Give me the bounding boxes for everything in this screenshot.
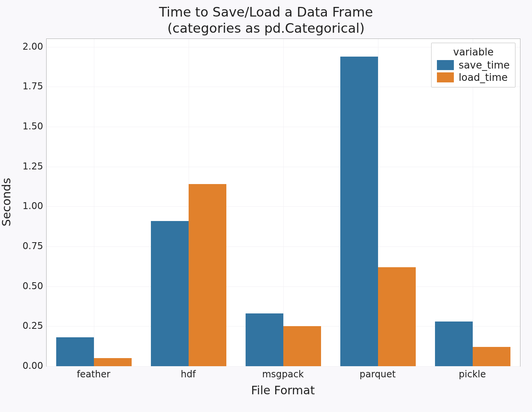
x-tick-label: msgpack — [262, 369, 304, 380]
y-tick-label: 1.25 — [12, 161, 43, 172]
y-tick-label: 0.25 — [12, 320, 43, 331]
y-tick-label: 2.00 — [12, 41, 43, 52]
gridline-v — [283, 39, 284, 366]
chart-title-line1: Time to Save/Load a Data Frame — [0, 4, 532, 20]
x-tick-label: feather — [77, 369, 110, 380]
legend-label: load_time — [458, 72, 507, 83]
legend-entry: save_time — [437, 59, 510, 71]
bar-load_time-pickle — [473, 347, 510, 366]
legend: variable save_timeload_time — [431, 43, 515, 87]
legend-swatch — [437, 72, 454, 82]
x-axis-label: File Format — [46, 384, 520, 397]
y-tick-label: 0.00 — [12, 360, 43, 371]
bar-save_time-parquet — [340, 57, 378, 366]
chart-figure: Time to Save/Load a Data Frame (categori… — [0, 0, 532, 412]
y-axis-label: Seconds — [0, 178, 13, 226]
legend-label: save_time — [458, 59, 510, 71]
x-tick-label: pickle — [459, 369, 486, 380]
y-tick-label: 1.50 — [12, 121, 43, 132]
legend-swatch — [437, 60, 454, 70]
bar-save_time-msgpack — [246, 313, 283, 366]
plot-area: variable save_timeload_time — [46, 39, 520, 367]
bar-save_time-hdf — [151, 221, 189, 366]
y-tick-label: 1.00 — [12, 201, 43, 211]
x-tick-label: parquet — [360, 369, 396, 380]
bar-load_time-hdf — [189, 184, 226, 366]
y-tick-label: 0.75 — [12, 241, 43, 251]
gridline-h — [47, 366, 520, 367]
bar-load_time-parquet — [378, 267, 416, 366]
gridline-v — [94, 39, 94, 366]
x-tick-label: hdf — [181, 369, 196, 380]
bar-save_time-pickle — [435, 322, 473, 366]
y-tick-label: 0.50 — [12, 281, 43, 291]
legend-entries: save_timeload_time — [437, 59, 510, 83]
y-tick-label: 1.75 — [12, 81, 43, 92]
legend-entry: load_time — [437, 72, 510, 83]
legend-title: variable — [437, 46, 510, 58]
bar-load_time-msgpack — [283, 326, 321, 366]
chart-title-line2: (categories as pd.Categorical) — [0, 20, 532, 37]
bar-load_time-feather — [94, 358, 132, 366]
gridline-v — [473, 39, 473, 366]
bar-save_time-feather — [56, 337, 94, 366]
